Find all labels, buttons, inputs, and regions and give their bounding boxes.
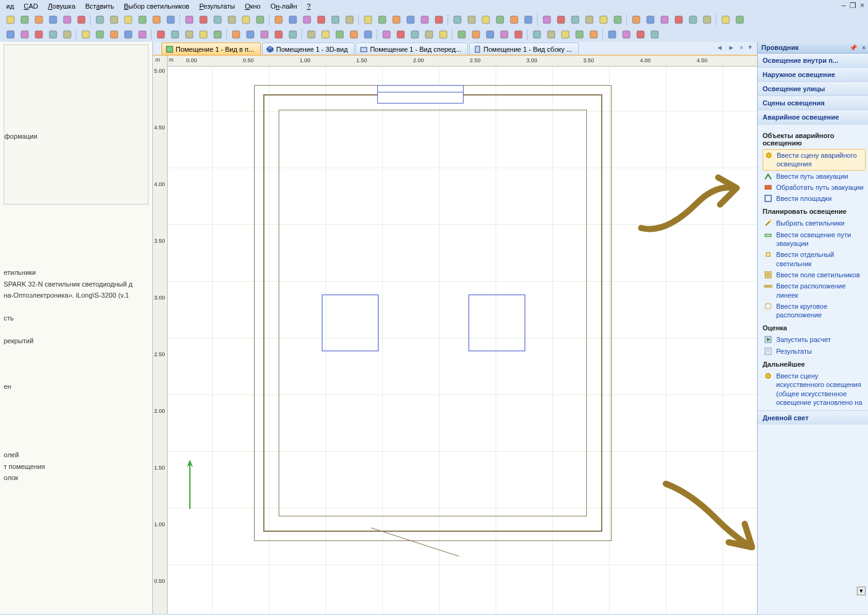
explorer-link[interactable]: Ввести отдельный светильник [763, 249, 866, 269]
explorer-link[interactable]: Ввести освещение пути эвакуации [763, 229, 866, 250]
toolbar1-btn-39[interactable] [583, 13, 596, 26]
toolbar2-btn-29[interactable] [436, 28, 450, 41]
toolbar2-btn-34[interactable] [512, 28, 525, 41]
floor-plan-canvas[interactable] [168, 67, 757, 614]
toolbar2-btn-1[interactable] [18, 28, 31, 41]
left-tree-item[interactable] [4, 302, 149, 312]
toolbar2-btn-28[interactable] [422, 28, 436, 41]
explorer-footer-daylight[interactable]: Дневной свет [758, 410, 868, 425]
toolbar1-btn-42[interactable] [629, 13, 643, 26]
toolbar2-btn-33[interactable] [497, 28, 511, 41]
left-tree-item[interactable]: т помещения [4, 462, 149, 472]
toolbar1-btn-33[interactable] [493, 13, 507, 26]
toolbar2-btn-36[interactable] [544, 28, 558, 41]
menu-vid[interactable]: ид [2, 1, 18, 11]
toolbar2-btn-43[interactable] [648, 28, 661, 41]
explorer-link[interactable]: Ввести круговое расположение [763, 301, 866, 321]
toolbar2-btn-0[interactable] [4, 28, 17, 41]
toolbar1-btn-31[interactable] [465, 13, 478, 26]
tab-close[interactable]: × [739, 44, 745, 51]
toolbar1-btn-44[interactable] [658, 13, 671, 26]
toolbar1-btn-41[interactable] [611, 13, 624, 26]
toolbar1-btn-43[interactable] [644, 13, 657, 26]
explorer-link[interactable]: Ввести площадки [763, 193, 866, 204]
toolbar1-btn-19[interactable] [286, 13, 300, 26]
toolbar2-btn-13[interactable] [197, 28, 210, 41]
menu-okno[interactable]: Окно [241, 1, 264, 11]
left-tree-item[interactable] [4, 404, 149, 415]
toolbar1-btn-8[interactable] [121, 13, 135, 26]
menu-onlain[interactable]: Он-лайн [267, 1, 301, 11]
menu-rezultaty[interactable]: Результаты [195, 1, 239, 11]
explorer-link[interactable]: Выбрать светильники [763, 218, 866, 229]
toolbar1-btn-21[interactable] [314, 13, 328, 26]
toolbar2-btn-39[interactable] [587, 28, 600, 41]
tab-more[interactable]: ▾ [747, 43, 753, 51]
toolbar1-btn-16[interactable] [239, 13, 253, 26]
tab-plan-view[interactable]: Помещение 1 - Вид в п... [162, 43, 261, 55]
toolbar1-btn-15[interactable] [225, 13, 239, 26]
toolbar1-btn-18[interactable] [272, 13, 285, 26]
menu-vstavit[interactable]: Вставить [81, 1, 118, 11]
tab-side-view[interactable]: Помещение 1 - Вид сбоку ... [469, 43, 579, 55]
toolbar1-btn-2[interactable] [32, 13, 46, 26]
menu-lovushka[interactable]: Ловушка [44, 1, 79, 11]
toolbar1-btn-23[interactable] [343, 13, 356, 26]
toolbar1-btn-11[interactable] [164, 13, 178, 26]
toolbar2-btn-20[interactable] [305, 28, 318, 41]
left-tree-item[interactable]: олок [4, 473, 149, 483]
left-tree-item[interactable] [4, 427, 149, 438]
explorer-link[interactable]: Ввести расположение линеек [763, 280, 866, 301]
left-tree-item[interactable] [4, 439, 149, 449]
toolbar2-btn-6[interactable] [93, 28, 107, 41]
toolbar2-btn-8[interactable] [121, 28, 135, 41]
menu-help[interactable]: ? [303, 1, 314, 11]
explorer-link[interactable]: Ввести сцену искусственного освещения (о… [763, 370, 866, 408]
toolbar2-btn-14[interactable] [211, 28, 224, 41]
toolbar2-btn-25[interactable] [380, 28, 393, 41]
toolbar1-btn-29[interactable] [432, 13, 446, 26]
luminaire-1[interactable] [322, 295, 379, 351]
toolbar1-btn-37[interactable] [554, 13, 568, 26]
toolbar1-btn-32[interactable] [479, 13, 493, 26]
toolbar1-btn-4[interactable] [60, 13, 74, 26]
left-tree-item[interactable] [4, 359, 149, 369]
toolbar1-btn-24[interactable] [361, 13, 375, 26]
left-tree-item[interactable]: рекрытий [4, 336, 149, 346]
toolbar2-btn-12[interactable] [182, 28, 196, 41]
explorer-link[interactable]: Ввести сцену аварийного освещения [763, 149, 866, 171]
toolbar1-btn-14[interactable] [211, 13, 224, 26]
toolbar2-btn-31[interactable] [469, 28, 483, 41]
toolbar1-btn-0[interactable] [4, 13, 17, 26]
left-tree-item[interactable] [4, 325, 149, 335]
toolbar2-btn-7[interactable] [107, 28, 121, 41]
explorer-link[interactable]: Запустить расчет [763, 334, 866, 345]
toolbar2-btn-41[interactable] [620, 28, 633, 41]
toolbar2-btn-10[interactable] [154, 28, 168, 41]
toolbar2-btn-30[interactable] [455, 28, 469, 41]
toolbar1-btn-25[interactable] [375, 13, 389, 26]
toolbar2-btn-16[interactable] [244, 28, 257, 41]
toolbar2-btn-26[interactable] [394, 28, 407, 41]
win-minimize[interactable]: – [841, 1, 846, 10]
toolbar1-btn-22[interactable] [329, 13, 342, 26]
scroll-down-button[interactable]: ▼ [857, 587, 866, 595]
toolbar1-btn-27[interactable] [404, 13, 417, 26]
toolbar2-btn-19[interactable] [286, 28, 300, 41]
left-tree-item[interactable]: етильники [4, 267, 149, 278]
luminaire-2[interactable] [469, 295, 525, 351]
tab-3d-view[interactable]: Помещение 1 - 3D-вид [262, 43, 354, 55]
toolbar1-btn-26[interactable] [390, 13, 403, 26]
explorer-section-collapsed[interactable]: Аварийное освещение [758, 110, 868, 124]
left-tree-item[interactable]: SPARK 32-N светильник светодиодный д [4, 279, 149, 290]
toolbar2-btn-27[interactable] [408, 28, 422, 41]
toolbar2-btn-35[interactable] [530, 28, 544, 41]
toolbar1-btn-6[interactable] [93, 13, 107, 26]
toolbar1-btn-20[interactable] [300, 13, 314, 26]
pin-icon[interactable]: 📌 [850, 44, 857, 51]
toolbar1-btn-47[interactable] [700, 13, 714, 26]
left-tree-item[interactable] [4, 393, 149, 404]
tab-next[interactable]: ► [727, 44, 736, 51]
toolbar2-btn-2[interactable] [32, 28, 46, 41]
toolbar1-btn-1[interactable] [18, 13, 31, 26]
